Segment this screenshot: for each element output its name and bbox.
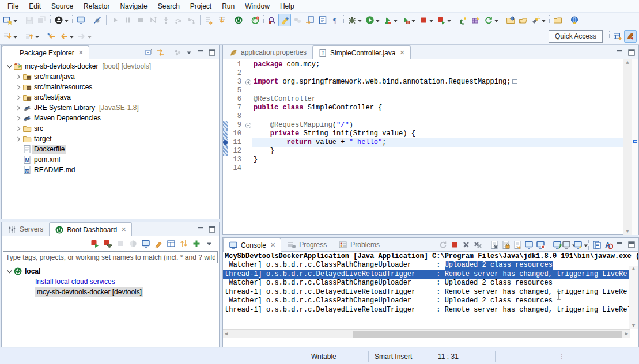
debug-button[interactable]: [346, 14, 364, 26]
scroll-up-icon[interactable]: ▲: [632, 267, 635, 271]
dropdown-caret-icon[interactable]: [70, 32, 74, 40]
last-edit-location-button[interactable]: [45, 30, 58, 43]
new-package-button[interactable]: [470, 14, 482, 26]
console-output[interactable]: McySbDevtoolsDockerApplication [Java App…: [223, 252, 638, 338]
menu-file[interactable]: File: [2, 1, 24, 12]
open-resource-button[interactable]: [551, 14, 564, 26]
menu-search[interactable]: Search: [153, 1, 185, 12]
terminate-red-button[interactable]: [417, 14, 435, 26]
chevron-down-icon[interactable]: [5, 269, 13, 274]
scroll-down-icon[interactable]: ▼: [626, 229, 629, 234]
chevron-right-icon[interactable]: [14, 105, 22, 111]
tree-item-dockerfile[interactable]: Dockerfile: [2, 144, 219, 154]
menu-refactor[interactable]: Refactor: [78, 1, 115, 12]
display-console-button[interactable]: [564, 240, 574, 249]
console-view-button[interactable]: [139, 237, 152, 250]
remove-launch-button[interactable]: [461, 240, 471, 249]
link-with-editor-button[interactable]: [304, 14, 316, 26]
code-line-11[interactable]: 11 return value + " hello";: [223, 138, 623, 147]
dropdown-caret-icon[interactable]: [88, 32, 92, 40]
properties-table-button[interactable]: [165, 237, 177, 250]
code-line-2[interactable]: 2: [223, 69, 623, 78]
scroll-down-icon[interactable]: ▼: [632, 324, 635, 328]
fold-minus-icon[interactable]: [244, 121, 252, 130]
chevron-right-icon[interactable]: [14, 116, 22, 121]
minimize-button[interactable]: [195, 225, 206, 234]
reconnect-button[interactable]: [177, 237, 190, 250]
tree-item-target[interactable]: target: [2, 134, 219, 144]
tab-simplecontroller-java[interactable]: JSimpleController.java✕: [312, 46, 411, 59]
code-line-1[interactable]: 1package com.mcy;: [223, 60, 623, 69]
dropdown-caret-icon[interactable]: [13, 16, 17, 24]
code-line-9[interactable]: 9 @RequestMapping("/"): [223, 121, 623, 130]
spring-reset-button[interactable]: 1: [249, 14, 262, 26]
maximize-button[interactable]: [207, 48, 217, 57]
run-history-button[interactable]: [203, 14, 215, 26]
show-stderr-button[interactable]: [535, 240, 546, 249]
dropdown-caret-icon[interactable]: [429, 16, 433, 24]
back-button[interactable]: [58, 30, 75, 43]
tab-servers[interactable]: Servers: [2, 222, 49, 236]
view-menu-button[interactable]: [184, 48, 194, 57]
current-line-marker[interactable]: [633, 140, 637, 143]
code-line-14[interactable]: 14: [223, 164, 623, 173]
tree-item-maven-dependencies[interactable]: Maven Dependencies: [2, 113, 219, 123]
tree-item-pom-xml[interactable]: Mpom.xml: [2, 154, 219, 165]
dropdown-caret-icon[interactable]: [65, 16, 69, 24]
import-project-button[interactable]: [517, 14, 530, 26]
new-class-button[interactable]: [457, 14, 470, 26]
skip-breakpoints-button[interactable]: [91, 14, 104, 26]
chevron-right-icon[interactable]: [14, 85, 22, 90]
search-flashlight-button[interactable]: [530, 14, 547, 26]
maximize-button[interactable]: [626, 48, 637, 57]
install-cloud-services-link[interactable]: Install local cloud services: [2, 276, 219, 287]
show-whitespace-button[interactable]: ¶: [329, 14, 342, 26]
tree-item-readme-md[interactable]: WREADME.md: [2, 165, 219, 175]
code-line-7[interactable]: 7public class SimpleController {: [223, 104, 623, 112]
scrollbar-thumb[interactable]: [353, 331, 622, 338]
dropdown-caret-icon[interactable]: [13, 32, 17, 40]
menu-run[interactable]: Run: [217, 1, 240, 12]
open-perspective-button[interactable]: [611, 30, 624, 43]
dropdown-caret-icon[interactable]: [411, 16, 415, 24]
show-source-button[interactable]: [316, 14, 329, 26]
dropdown-caret-icon[interactable]: [394, 16, 398, 24]
tree-item-mcy-sb-devtools-docker[interactable]: MSmcy-sb-devtools-docker[boot] [devtools…: [2, 61, 219, 71]
menu-navigate[interactable]: Navigate: [115, 1, 152, 12]
tab-application-properties[interactable]: application.properties: [223, 46, 312, 59]
quick-access-box[interactable]: Quick Access: [549, 30, 603, 43]
collapsed-region-icon[interactable]: [512, 79, 517, 84]
tab-problems[interactable]: Problems: [332, 238, 385, 251]
step-filters-button[interactable]: [215, 14, 228, 26]
dropdown-caret-icon[interactable]: [376, 16, 380, 24]
minimize-button[interactable]: [615, 240, 625, 249]
scroll-lock-button[interactable]: [501, 240, 511, 249]
mark-occurrences-button[interactable]: [278, 14, 291, 26]
profile-button[interactable]: [399, 14, 417, 26]
console-view-button[interactable]: [74, 14, 87, 26]
user-profile-button[interactable]: [52, 14, 70, 26]
menu-edit[interactable]: Edit: [24, 1, 46, 12]
tab-boot-dashboard[interactable]: Boot Dashboard✕: [49, 222, 132, 236]
tree-item-src-main-resources[interactable]: src/main/resources: [2, 82, 219, 92]
breakpoint-icon[interactable]: [223, 138, 228, 147]
pin-console-button[interactable]: [552, 240, 562, 249]
open-type-button[interactable]: [504, 14, 517, 26]
boot-start-button[interactable]: [232, 14, 245, 26]
minimize-button[interactable]: [195, 48, 206, 57]
open-console-button[interactable]: [575, 240, 585, 249]
synchronize-button[interactable]: [482, 14, 500, 26]
word-wrap-button[interactable]: [512, 240, 523, 249]
relaunch-button[interactable]: [435, 14, 453, 26]
dropdown-caret-icon[interactable]: [584, 241, 588, 249]
code-line-3[interactable]: 3import org.springframework.web.bind.ann…: [223, 78, 623, 86]
tab-progress[interactable]: Progress: [281, 238, 332, 251]
chevron-right-icon[interactable]: [14, 74, 22, 79]
scroll-up-icon[interactable]: ▲: [626, 60, 629, 65]
link-label[interactable]: Install local cloud services: [35, 278, 115, 286]
code-line-13[interactable]: 13}: [223, 156, 623, 164]
coverage-button[interactable]: [381, 14, 399, 26]
tree-item-src-main-java[interactable]: src/main/java: [2, 71, 219, 82]
dropdown-caret-icon[interactable]: [358, 16, 362, 24]
ansi-console-button[interactable]: A: [603, 240, 614, 249]
